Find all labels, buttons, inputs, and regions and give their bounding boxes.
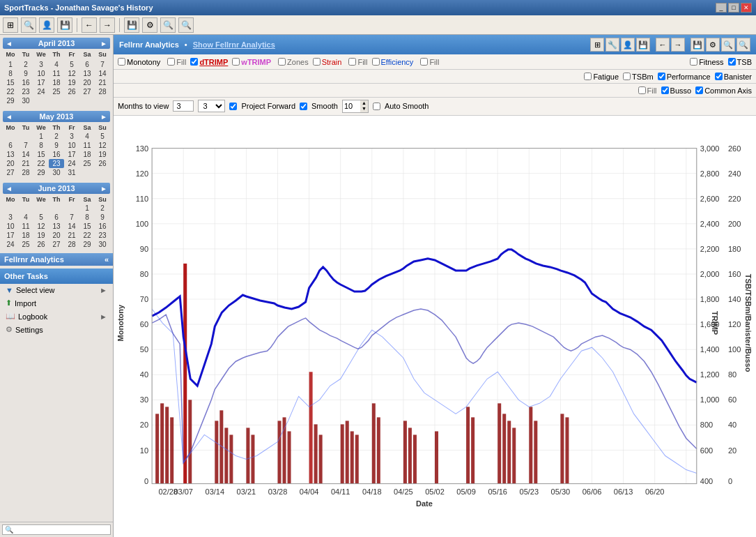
cal-day[interactable]: 25 xyxy=(79,159,95,168)
cal-day[interactable]: 13 xyxy=(49,222,64,231)
cal-day[interactable]: 16 xyxy=(95,222,110,231)
cal-day[interactable] xyxy=(79,168,95,177)
cal-day[interactable]: 28 xyxy=(64,240,79,249)
cal-day[interactable] xyxy=(18,204,33,213)
cb-fill3[interactable] xyxy=(420,58,428,66)
cal-day[interactable]: 29 xyxy=(79,240,95,249)
cal-day[interactable] xyxy=(95,96,110,105)
toolbar-icon2[interactable]: 🔧 xyxy=(605,38,619,52)
cal-day[interactable]: 25 xyxy=(49,87,64,96)
cal-day[interactable]: 2 xyxy=(49,132,64,141)
cal-day[interactable]: 22 xyxy=(3,87,18,96)
months-dropdown[interactable]: 3 6 12 xyxy=(198,100,225,112)
cal-day[interactable]: 7 xyxy=(64,213,79,222)
toolbar-icon4[interactable]: 💾 xyxy=(636,38,650,52)
april-next-btn[interactable]: ► xyxy=(100,40,107,47)
cal-day[interactable] xyxy=(33,96,49,105)
task-item-settings[interactable]: ⚙ Settings xyxy=(0,323,113,336)
cal-day[interactable]: 24 xyxy=(3,240,18,249)
cal-day[interactable]: 6 xyxy=(79,60,95,69)
cal-day[interactable]: 9 xyxy=(18,69,33,78)
cal-day[interactable]: 12 xyxy=(33,222,49,231)
cb-common-axis[interactable] xyxy=(695,86,703,94)
cb-monotony[interactable] xyxy=(118,58,125,66)
cal-day[interactable]: 19 xyxy=(95,150,110,159)
cal-day[interactable]: 18 xyxy=(79,150,95,159)
cal-day[interactable]: 25 xyxy=(18,240,33,249)
left-search-input[interactable] xyxy=(13,526,108,534)
cal-day[interactable]: 13 xyxy=(3,150,18,159)
cal-day[interactable]: 29 xyxy=(3,96,18,105)
fellrnr-section-header[interactable]: Fellrnr Analytics « xyxy=(0,253,113,266)
may-prev-btn[interactable]: ◄ xyxy=(6,113,13,121)
cb-fatigue[interactable] xyxy=(584,73,592,80)
cal-day[interactable]: 4 xyxy=(79,132,95,141)
cal-day[interactable]: 5 xyxy=(64,60,79,69)
cal-day[interactable]: 31 xyxy=(64,168,79,177)
cal-day[interactable]: 9 xyxy=(95,213,110,222)
cal-day[interactable]: 23 xyxy=(18,87,33,96)
forward-button[interactable]: → xyxy=(100,17,115,33)
cal-day[interactable]: 21 xyxy=(64,231,79,240)
cal-day[interactable]: 10 xyxy=(3,222,18,231)
cal-day[interactable]: 28 xyxy=(95,87,110,96)
cal-day[interactable]: 28 xyxy=(18,168,33,177)
cal-day[interactable] xyxy=(18,132,33,141)
cal-day[interactable]: 8 xyxy=(79,213,95,222)
toolbar-search2[interactable]: 🔍 xyxy=(721,38,735,52)
cal-day[interactable]: 5 xyxy=(33,213,49,222)
cb-zones[interactable] xyxy=(278,58,286,66)
task-item-select-view[interactable]: ▼ Select view ► xyxy=(0,284,113,296)
cal-day[interactable]: 30 xyxy=(95,240,110,249)
cal-day[interactable]: 7 xyxy=(18,141,33,150)
cal-day[interactable]: 16 xyxy=(18,78,33,87)
cal-day[interactable]: 14 xyxy=(64,222,79,231)
cal-day[interactable]: 10 xyxy=(33,69,49,78)
toolbar-icon3[interactable]: 👤 xyxy=(621,38,635,52)
cal-day[interactable]: 26 xyxy=(95,159,110,168)
task-item-logbook[interactable]: 📖 Logbook ► xyxy=(0,310,113,323)
show-analytics-link[interactable]: Show Fellrnr Analytics xyxy=(193,40,275,49)
cal-day[interactable] xyxy=(79,96,95,105)
cal-day[interactable] xyxy=(49,204,64,213)
cal-day[interactable]: 6 xyxy=(49,213,64,222)
cb-wtrimp[interactable] xyxy=(232,58,240,66)
cb-efficiency[interactable] xyxy=(372,58,380,66)
cal-day[interactable]: 11 xyxy=(79,141,95,150)
cb-strain[interactable] xyxy=(313,58,321,66)
cal-day[interactable]: 30 xyxy=(49,168,64,177)
cal-day[interactable] xyxy=(95,168,110,177)
cal-day[interactable]: 18 xyxy=(49,78,64,87)
cal-day[interactable]: 15 xyxy=(79,222,95,231)
settings-icon[interactable]: ⚙ xyxy=(142,17,157,33)
cal-day[interactable]: 17 xyxy=(33,78,49,87)
search-icon[interactable]: 🔍 xyxy=(21,17,36,33)
zoom-in-icon[interactable]: 🔍 xyxy=(160,17,176,33)
back-button[interactable]: ← xyxy=(82,17,97,33)
cal-day[interactable]: 14 xyxy=(18,150,33,159)
toolbar-save2[interactable]: 💾 xyxy=(691,38,704,52)
cal-day[interactable]: 14 xyxy=(95,69,110,78)
user-icon[interactable]: 👤 xyxy=(39,17,54,33)
cal-day[interactable]: 3 xyxy=(3,213,18,222)
cb-smooth[interactable] xyxy=(300,103,307,110)
cal-day[interactable]: 12 xyxy=(95,141,110,150)
cal-day[interactable]: 4 xyxy=(18,213,33,222)
cb-project-forward[interactable] xyxy=(229,103,237,110)
toolbar-gear2[interactable]: ⚙ xyxy=(706,38,720,52)
cal-day[interactable]: 18 xyxy=(18,231,33,240)
cal-day[interactable]: 6 xyxy=(3,141,18,150)
cal-day-today[interactable]: 23 xyxy=(49,159,64,168)
june-next-btn[interactable]: ► xyxy=(100,185,107,192)
cal-day[interactable]: 1 xyxy=(33,132,49,141)
cal-day[interactable] xyxy=(49,96,64,105)
cal-day[interactable]: 27 xyxy=(3,168,18,177)
cb-fill2[interactable] xyxy=(348,58,356,66)
cal-day[interactable]: 30 xyxy=(18,96,33,105)
cal-day[interactable] xyxy=(33,204,49,213)
cal-day[interactable]: 26 xyxy=(64,87,79,96)
zoom-out-icon[interactable]: 🔍 xyxy=(178,17,194,33)
cal-day[interactable]: 3 xyxy=(64,132,79,141)
task-item-import[interactable]: ⬆ Import xyxy=(0,296,113,310)
smooth-increment-btn[interactable]: ▲ xyxy=(360,100,368,106)
